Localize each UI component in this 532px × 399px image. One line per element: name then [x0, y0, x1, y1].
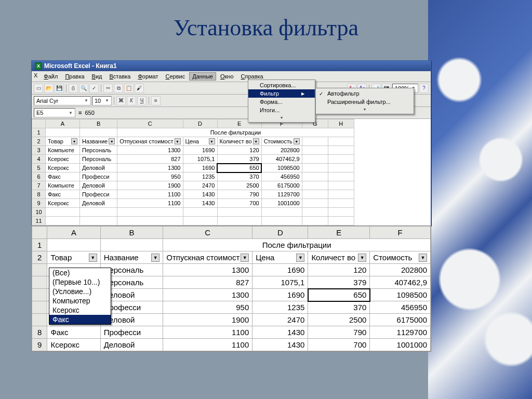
cell[interactable]: Факс: [46, 172, 80, 181]
cell[interactable]: 1100: [163, 339, 252, 351]
cell[interactable]: 700: [217, 199, 261, 208]
cell[interactable]: [328, 208, 354, 217]
cell[interactable]: 370: [217, 172, 261, 181]
col-header[interactable]: D: [252, 227, 308, 239]
cell[interactable]: 1300: [117, 164, 183, 172]
submenu-item[interactable]: Расширенный фильтр...: [316, 98, 414, 106]
cell[interactable]: [261, 217, 302, 225]
row-header[interactable]: 11: [32, 217, 46, 225]
print-icon[interactable]: ⎙: [69, 84, 78, 93]
cell[interactable]: 1098500: [370, 289, 431, 301]
filter-arrow-icon[interactable]: ▼: [109, 138, 115, 144]
cell[interactable]: 1900: [117, 181, 183, 190]
filter-option[interactable]: Ксерокс: [49, 305, 111, 315]
filter-header-cell[interactable]: Количест во▼: [308, 251, 370, 264]
row-header[interactable]: 4: [32, 155, 46, 164]
cell[interactable]: Факс: [46, 190, 80, 199]
cell[interactable]: 1430: [252, 326, 308, 339]
cell[interactable]: [302, 208, 328, 217]
cell[interactable]: Ксерокс: [46, 155, 80, 164]
cell[interactable]: 700: [308, 339, 370, 351]
cell[interactable]: Професси: [100, 326, 163, 339]
cell[interactable]: [328, 199, 354, 208]
row-header[interactable]: 3: [32, 146, 46, 155]
cell[interactable]: 120: [217, 146, 261, 155]
cell[interactable]: [217, 217, 261, 225]
cut-icon[interactable]: ✂: [103, 84, 113, 93]
cell[interactable]: [183, 217, 217, 225]
col-header[interactable]: H: [328, 119, 354, 128]
filter-header-cell[interactable]: Название▼: [100, 251, 163, 264]
open-icon[interactable]: 📂: [44, 84, 54, 93]
cell[interactable]: 1098500: [261, 164, 302, 172]
cell[interactable]: 1300: [163, 289, 252, 301]
preview-icon[interactable]: 🔍: [79, 84, 88, 93]
cell[interactable]: [302, 190, 328, 199]
cell[interactable]: Компьюте: [46, 146, 80, 155]
row-header[interactable]: [32, 276, 47, 289]
cell[interactable]: [302, 181, 328, 190]
row-header[interactable]: 8: [32, 190, 46, 199]
filter-header-cell[interactable]: Стоимость▼: [261, 137, 302, 146]
cell[interactable]: [117, 208, 183, 217]
filter-arrow-icon[interactable]: ▼: [294, 138, 300, 144]
cell[interactable]: 2470: [183, 181, 217, 190]
cell[interactable]: 370: [308, 301, 370, 314]
filter-arrow-icon[interactable]: ▼: [71, 138, 77, 144]
cell[interactable]: 1300: [117, 146, 183, 155]
cell[interactable]: 1075,1: [252, 276, 308, 289]
row-header[interactable]: 10: [32, 208, 46, 217]
menu-данные[interactable]: Данные: [189, 72, 216, 81]
filter-arrow-icon[interactable]: ▼: [151, 254, 159, 262]
cell[interactable]: 1430: [183, 190, 217, 199]
cell[interactable]: 6175000: [261, 181, 302, 190]
cell[interactable]: 1300: [163, 264, 252, 276]
cell[interactable]: 6175000: [370, 314, 431, 326]
cell[interactable]: 950: [117, 172, 183, 181]
col-header[interactable]: B: [80, 119, 117, 128]
filter-header-cell[interactable]: Отпускная стоимост▼: [163, 251, 252, 264]
spreadsheet-grid[interactable]: ABCDEFGH1После фильтрации2Товар▼Название…: [32, 119, 354, 225]
cell[interactable]: Ксерокс: [46, 164, 80, 172]
cell[interactable]: [302, 155, 328, 164]
cell[interactable]: [80, 208, 117, 217]
cell[interactable]: 1900: [163, 314, 252, 326]
copy-icon[interactable]: ⧉: [114, 84, 123, 93]
cell[interactable]: [328, 190, 354, 199]
data-menu-popup[interactable]: Сортировка...Фильтр▶Форма...Итоги...▾: [248, 79, 315, 123]
menu-item[interactable]: Итоги...: [248, 106, 315, 114]
row-header[interactable]: 9: [32, 339, 47, 351]
cell[interactable]: Персональ: [80, 146, 117, 155]
filter-arrow-icon[interactable]: ▼: [241, 254, 249, 262]
cell[interactable]: 650: [308, 289, 370, 301]
submenu-expand-icon[interactable]: ▾: [316, 106, 414, 113]
italic-button[interactable]: К: [127, 96, 136, 105]
cell[interactable]: [302, 199, 328, 208]
cell[interactable]: Професси: [80, 172, 117, 181]
row-header[interactable]: [32, 301, 47, 314]
name-box[interactable]: E5 ▼: [34, 108, 75, 117]
filter-arrow-icon[interactable]: ▼: [89, 254, 97, 262]
filter-arrow-icon[interactable]: ▼: [175, 138, 181, 144]
row-header[interactable]: 9: [32, 199, 46, 208]
cell[interactable]: 2500: [217, 181, 261, 190]
cell[interactable]: [328, 217, 354, 225]
filter-header-cell[interactable]: Товар▼: [47, 251, 100, 264]
filter-header-cell[interactable]: Название▼: [80, 137, 117, 146]
cell[interactable]: [328, 181, 354, 190]
cell[interactable]: [261, 208, 302, 217]
col-header[interactable]: B: [100, 227, 163, 239]
col-header[interactable]: A: [46, 119, 80, 128]
filter-option[interactable]: Компьютер: [49, 296, 111, 305]
cell[interactable]: Персональ: [80, 155, 117, 164]
row-header[interactable]: 5: [32, 164, 46, 172]
filter-arrow-icon[interactable]: ▼: [209, 138, 215, 144]
font-name-combo[interactable]: Arial Cyr ▼: [34, 96, 91, 105]
autofilter-dropdown[interactable]: (Все)(Первые 10...)(Условие...)Компьютер…: [49, 268, 111, 325]
col-header[interactable]: A: [47, 227, 100, 239]
filter-arrow-icon[interactable]: ▼: [253, 138, 259, 144]
cell[interactable]: 1129700: [261, 190, 302, 199]
menu-окно[interactable]: Окно: [217, 72, 237, 81]
cell[interactable]: 1235: [252, 301, 308, 314]
cell[interactable]: [302, 172, 328, 181]
